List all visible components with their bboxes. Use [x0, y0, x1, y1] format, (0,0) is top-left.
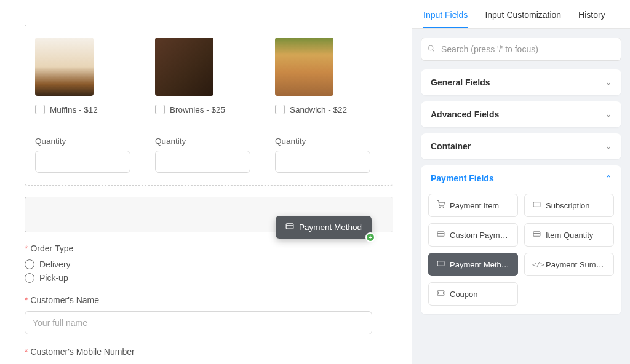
field-label: Custom Paymen… [450, 231, 510, 240]
radio-pickup[interactable] [25, 273, 34, 283]
accordion-header-advanced[interactable]: Advanced Fields ⌄ [421, 101, 621, 127]
plus-badge-icon: + [365, 232, 375, 242]
svg-rect-10 [533, 232, 540, 237]
card-icon [436, 230, 445, 240]
svg-rect-0 [286, 224, 293, 229]
tab-history[interactable]: History [578, 5, 605, 28]
field-label: Subscription [546, 201, 590, 210]
chevron-down-icon: ⌄ [605, 110, 612, 119]
accordion-payment: Payment Fields ⌃ Payment Item Subscripti… [421, 165, 621, 314]
products-container: Muffins - $12 Quantity Brownies - $25 Qu… [25, 25, 393, 186]
tab-input-fields[interactable]: Input Fields [423, 5, 468, 28]
customer-name-input[interactable] [25, 311, 372, 334]
customer-mobile-field: *Customer's Mobile Number [25, 347, 393, 357]
chevron-down-icon: ⌄ [605, 78, 612, 87]
customer-mobile-label: *Customer's Mobile Number [25, 347, 393, 357]
form-canvas: Muffins - $12 Quantity Brownies - $25 Qu… [0, 0, 412, 364]
field-label: Payment Summa… [546, 260, 606, 269]
chevron-down-icon: ⌄ [605, 142, 612, 151]
radio-delivery[interactable] [25, 259, 34, 269]
field-custom-payment[interactable]: Custom Paymen… [428, 223, 518, 247]
field-coupon[interactable]: Coupon [428, 282, 518, 306]
svg-point-2 [428, 46, 433, 50]
product-image-sandwich [275, 38, 333, 96]
quantity-label: Quantity [275, 136, 383, 146]
quantity-input-muffins[interactable] [35, 151, 130, 173]
field-label: Payment Item [450, 201, 499, 210]
ticket-icon [436, 289, 445, 299]
accordion-container: Container ⌄ [421, 133, 621, 159]
card-icon [532, 200, 541, 210]
field-label: Payment Method [450, 260, 510, 269]
field-payment-summary[interactable]: </> Payment Summa… [524, 253, 614, 276]
product-label: Sandwich - $22 [290, 105, 347, 114]
checkbox-sandwich[interactable] [275, 105, 285, 114]
field-payment-item[interactable]: Payment Item [428, 194, 518, 217]
svg-point-4 [439, 207, 440, 208]
tab-input-customization[interactable]: Input Customization [485, 5, 561, 28]
product-label: Brownies - $25 [170, 105, 225, 114]
product-label: Muffins - $12 [50, 105, 98, 114]
svg-point-5 [443, 207, 444, 208]
svg-rect-6 [533, 202, 540, 207]
search-input[interactable] [421, 38, 621, 61]
checkbox-brownies[interactable] [155, 105, 165, 114]
accordion-general: General Fields ⌄ [421, 69, 621, 95]
order-type-field: *Order Type Delivery Pick-up [25, 243, 393, 283]
product-brownies: Brownies - $25 Quantity [155, 38, 263, 173]
field-label: Coupon [450, 290, 478, 299]
sidebar-tabs: Input Fields Input Customization History [412, 0, 630, 29]
dragging-chip-payment-method[interactable]: Payment Method + [276, 216, 372, 239]
product-image-brownies [155, 38, 213, 96]
radio-label-delivery: Delivery [39, 259, 71, 269]
search-icon [427, 44, 435, 54]
accordion-header-general[interactable]: General Fields ⌄ [421, 69, 621, 95]
dragging-chip-label: Payment Method [299, 223, 362, 232]
customer-name-label: *Customer's Name [25, 295, 393, 305]
product-sandwich: Sandwich - $22 Quantity [275, 38, 383, 173]
quantity-label: Quantity [155, 136, 263, 146]
field-subscription[interactable]: Subscription [524, 194, 614, 217]
checkbox-muffins[interactable] [35, 105, 45, 114]
order-type-label: *Order Type [25, 243, 393, 253]
cart-icon [436, 200, 445, 210]
card-icon [285, 222, 294, 232]
accordion-title: Advanced Fields [431, 109, 499, 119]
card-icon [532, 230, 541, 240]
field-label: Item Quantity [546, 231, 593, 240]
accordion-header-payment[interactable]: Payment Fields ⌃ [421, 165, 621, 191]
card-icon [436, 259, 445, 269]
product-image-muffins [35, 38, 94, 96]
code-icon: </> [532, 261, 541, 269]
svg-rect-12 [437, 261, 444, 266]
accordion-title: Container [431, 141, 471, 151]
field-item-quantity[interactable]: Item Quantity [524, 223, 614, 247]
sidebar: Input Fields Input Customization History… [412, 0, 630, 364]
svg-line-3 [433, 50, 434, 51]
accordion-title: General Fields [431, 77, 490, 87]
quantity-input-brownies[interactable] [155, 151, 250, 173]
accordion-advanced: Advanced Fields ⌄ [421, 101, 621, 127]
quantity-input-sandwich[interactable] [275, 151, 370, 173]
accordion-title: Payment Fields [431, 173, 494, 183]
search-box [421, 38, 621, 61]
product-muffins: Muffins - $12 Quantity [35, 38, 143, 173]
radio-label-pickup: Pick-up [39, 273, 68, 283]
accordion-header-container[interactable]: Container ⌄ [421, 133, 621, 159]
svg-rect-8 [437, 232, 444, 237]
customer-name-field: *Customer's Name [25, 295, 393, 334]
field-payment-method[interactable]: Payment Method [428, 253, 518, 276]
chevron-up-icon: ⌃ [605, 174, 612, 183]
quantity-label: Quantity [35, 136, 143, 146]
